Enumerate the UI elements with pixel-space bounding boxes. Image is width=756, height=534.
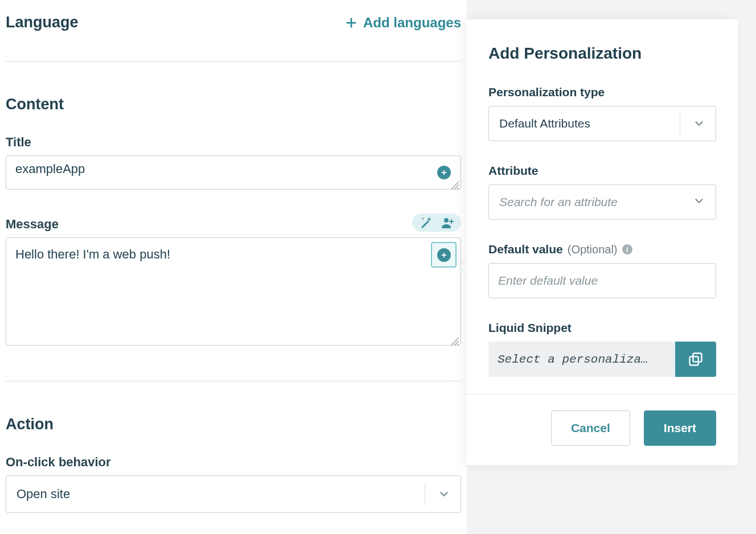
onclick-label: On-click behavior xyxy=(6,455,461,470)
optional-hint: (Optional) xyxy=(568,243,618,256)
message-input-wrap xyxy=(6,237,461,348)
copy-icon xyxy=(688,351,704,367)
info-icon[interactable]: i xyxy=(622,244,632,254)
attribute-placeholder: Search for an attribute xyxy=(499,195,618,209)
insert-button[interactable]: Insert xyxy=(644,410,716,446)
magic-wand-icon[interactable] xyxy=(419,216,433,229)
content-section: Content Title Message xyxy=(6,61,461,348)
personalization-type-value: Default Attributes xyxy=(499,117,590,130)
message-tools xyxy=(412,213,461,232)
message-personalize-active[interactable] xyxy=(431,242,457,268)
default-value-input[interactable] xyxy=(488,263,716,298)
add-languages-label: Add languages xyxy=(363,15,461,31)
message-label: Message xyxy=(6,217,59,232)
plus-icon xyxy=(345,17,358,29)
svg-rect-8 xyxy=(693,354,701,362)
plus-circle-icon xyxy=(440,251,448,259)
plus-circle-icon xyxy=(440,169,448,176)
panel-footer: Cancel Insert xyxy=(467,394,738,465)
attribute-select[interactable]: Search for an attribute xyxy=(488,184,716,220)
cancel-button[interactable]: Cancel xyxy=(551,410,630,446)
attribute-label: Attribute xyxy=(488,164,716,178)
liquid-snippet-label: Liquid Snippet xyxy=(488,321,716,335)
liquid-snippet-output: Select a personaliza… xyxy=(488,342,675,377)
main-content-panel: Language Add languages Content Title M xyxy=(0,0,467,534)
title-personalize-button[interactable] xyxy=(437,166,451,179)
panel-title: Add Personalization xyxy=(488,44,716,63)
onclick-value: Open site xyxy=(17,487,70,502)
action-section: Action On-click behavior Open site xyxy=(6,381,461,513)
chevron-down-icon xyxy=(438,488,450,500)
personalization-type-label: Personalization type xyxy=(488,85,716,99)
svg-point-5 xyxy=(444,218,449,223)
content-heading: Content xyxy=(6,96,461,113)
title-input-wrap xyxy=(6,155,461,192)
action-heading: Action xyxy=(6,416,461,433)
title-label: Title xyxy=(6,135,461,150)
chevron-down-icon xyxy=(693,117,705,130)
copy-snippet-button[interactable] xyxy=(675,342,716,377)
onclick-select[interactable]: Open site xyxy=(6,475,461,513)
personalization-type-select[interactable]: Default Attributes xyxy=(488,106,716,141)
language-heading: Language xyxy=(6,14,79,31)
language-section-header: Language Add languages xyxy=(6,6,461,55)
add-languages-button[interactable]: Add languages xyxy=(345,15,461,31)
chevron-down-icon xyxy=(693,195,705,207)
message-input[interactable] xyxy=(6,237,461,346)
default-value-label: Default value (Optional) i xyxy=(488,243,716,256)
personalization-panel: Add Personalization Personalization type… xyxy=(467,19,738,465)
svg-rect-9 xyxy=(690,356,699,365)
svg-point-4 xyxy=(422,218,424,220)
title-input[interactable] xyxy=(6,155,461,190)
person-add-icon[interactable] xyxy=(441,216,454,229)
